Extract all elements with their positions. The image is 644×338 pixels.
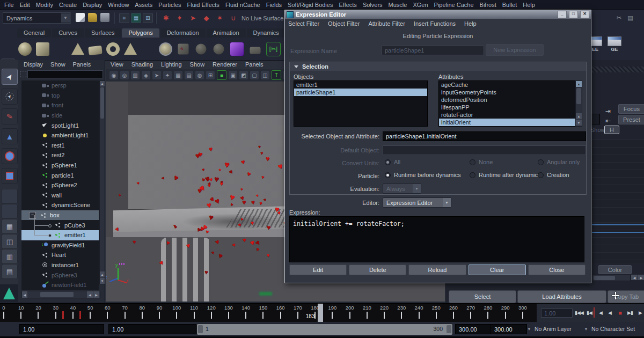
outliner-item-emitter1[interactable]: emitter1 <box>21 230 99 240</box>
scroll-left-icon[interactable]: ◀ <box>87 291 93 298</box>
shelf-item-cone-icon[interactable] <box>71 43 84 55</box>
attribute-item-rotatefactor[interactable]: rotateFactor <box>439 111 575 119</box>
menu-modify[interactable]: Modify <box>36 2 59 8</box>
menu-pipeline-cache[interactable]: Pipeline Cache <box>434 2 480 8</box>
expression-editor-window[interactable]: Expression Editor _ □ ✕ Select FilterObj… <box>284 10 591 283</box>
dynamics-tool-icon[interactable]: ◆ <box>201 13 211 23</box>
input-connection-icon[interactable]: ⇥ <box>605 107 611 115</box>
scroll-down-icon[interactable]: ▼ <box>576 120 582 126</box>
viewport-menu-lighting[interactable]: Lighting <box>161 61 182 68</box>
character-set-selector[interactable]: No Character Set <box>591 326 635 332</box>
shelf-item-bevel-icon[interactable] <box>250 47 261 54</box>
scrollbar-thumb[interactable] <box>594 276 615 280</box>
attributes-scrollbar[interactable]: ▲ ▲ ▼ <box>575 80 582 127</box>
layout-slot-button[interactable] <box>2 189 18 204</box>
viewport-fill-icon[interactable]: ▢ <box>250 71 259 79</box>
attributes-list[interactable]: ageCacheinputGeometryPointsdeformedPosit… <box>438 80 576 127</box>
outliner-item-gravityfield1[interactable]: gravityField1 <box>21 240 99 251</box>
scroll-right-icon[interactable]: ▶ <box>638 275 644 280</box>
viewport-film-gate-icon[interactable]: ▤ <box>185 71 193 79</box>
outliner-item-wall[interactable]: wall <box>21 190 99 201</box>
attribute-item-initialorient[interactable]: initialOrient <box>439 119 575 126</box>
attribute-item-deformedposition[interactable]: deformedPosition <box>439 96 575 104</box>
outliner-horizontal-scrollbar[interactable]: ◀ ◀ ▶ <box>21 291 100 298</box>
scroll-right-icon[interactable]: ▶ <box>93 291 99 298</box>
select-tool-button[interactable]: ➤ <box>2 69 18 85</box>
objects-list[interactable]: emitter1particleShape1 <box>294 80 428 127</box>
layout-slot-button[interactable] <box>2 204 18 219</box>
shelf-tab-dynamics[interactable]: Dynamics <box>247 28 286 38</box>
radio-all[interactable]: All <box>385 159 400 165</box>
edit-button[interactable]: Edit <box>289 264 347 275</box>
ee-menu-attribute-filter[interactable]: Attribute Filter <box>368 20 405 27</box>
rotate-tool-button[interactable] <box>2 148 18 164</box>
expression-name-field[interactable]: particleShape1 <box>382 46 484 55</box>
editor-dropdown[interactable]: Expression Editor ▼ <box>383 197 451 208</box>
shelf-item-edge-red-icon[interactable] <box>178 43 189 54</box>
object-item-particleshape1[interactable]: particleShape1 <box>294 89 427 96</box>
viewport-camera-attrs-icon[interactable]: ◎ <box>120 71 129 79</box>
time-slider[interactable]: 0102030405060708090100110120130140150160… <box>0 303 537 322</box>
expression-code-area[interactable]: initialOrient += rotateFactor; <box>289 216 584 262</box>
layout-persp-outliner-button[interactable]: ▥ <box>2 249 18 264</box>
reload-button[interactable]: Reload <box>408 264 466 275</box>
window-title-bar[interactable]: Expression Editor _ □ ✕ <box>285 10 591 19</box>
color-button[interactable]: Color <box>598 265 632 274</box>
shelf-item-cut-faces-icon[interactable]: [✂] <box>266 42 281 56</box>
ee-menu-help[interactable]: Help <box>464 20 477 27</box>
shelf-item-torus-icon[interactable] <box>106 42 120 56</box>
snap-to-curves-icon[interactable]: ▦ <box>131 13 141 23</box>
dynamics-tool-icon[interactable]: ✱ <box>161 13 171 23</box>
menu-display[interactable]: Display <box>83 2 108 8</box>
shelf-item-plane-icon[interactable] <box>88 45 103 55</box>
viewport-menu-renderer[interactable]: Renderer <box>213 61 237 68</box>
viewport-text-hud-icon[interactable]: T <box>272 70 281 80</box>
paint-select-tool-button[interactable]: ✎ <box>2 108 18 124</box>
menu-fluid-ncache[interactable]: Fluid nCache <box>225 2 266 8</box>
shelf-tab-polygons[interactable]: Polygons <box>122 28 159 38</box>
animation-end-field[interactable]: 300.00 <box>491 324 527 334</box>
minimize-icon[interactable]: _ <box>558 11 567 18</box>
step-forward-frame-button[interactable]: ▶ <box>634 307 644 318</box>
radio-dot-icon[interactable] <box>385 172 391 178</box>
viewport-textures-icon[interactable]: ◫ <box>261 71 269 79</box>
open-scene-icon[interactable] <box>88 13 97 22</box>
attribute-item-lifespanpp[interactable]: lifespanPP <box>439 104 575 111</box>
menu-bullet[interactable]: Bullet <box>502 2 523 8</box>
object-item-emitter1[interactable]: emitter1 <box>294 81 427 89</box>
shelf-tab-surfaces[interactable]: Surfaces <box>85 28 121 38</box>
dynamics-tool-icon[interactable]: ∪ <box>228 13 238 23</box>
scroll-up-icon[interactable]: ▲ <box>100 81 105 86</box>
snap-to-points-icon[interactable]: ⊞ <box>143 13 153 23</box>
shelf-tab-deformation[interactable]: Deformation <box>160 28 206 38</box>
selection-section-header[interactable]: Selection <box>290 62 586 71</box>
lasso-tool-button[interactable]: ➤ <box>2 89 18 105</box>
default-object-field[interactable] <box>383 145 586 155</box>
clear-button[interactable]: Clear <box>469 264 526 275</box>
scroll-left-icon[interactable]: ◀ <box>631 275 638 280</box>
highlight-selection-icon[interactable]: ✂ <box>615 14 623 22</box>
preset-button[interactable]: Preset <box>618 115 644 124</box>
output-connection-icon[interactable]: ⇤ <box>605 117 611 124</box>
menu-window[interactable]: Window <box>108 2 135 8</box>
maximize-icon[interactable]: □ <box>569 11 578 18</box>
playback-end-field[interactable]: 300.00 <box>455 324 492 334</box>
outliner-item-box[interactable]: −box <box>21 210 99 221</box>
scroll-up-icon[interactable]: ▲ <box>100 271 105 277</box>
clipboard-icon[interactable]: ▤ <box>626 14 634 22</box>
outliner-search-input[interactable] <box>27 70 103 78</box>
viewport-menu-show[interactable]: Show <box>190 61 205 68</box>
chevron-down-icon[interactable]: ▼ <box>584 327 588 332</box>
menu-file[interactable]: File <box>4 2 20 8</box>
menu-assets[interactable]: Assets <box>135 2 158 8</box>
menu-fluid-effects[interactable]: Fluid Effects <box>187 2 225 8</box>
attribute-item-agecache[interactable]: ageCache <box>439 81 575 89</box>
outliner-item-dynamicscene[interactable]: dynamicScene <box>21 200 99 210</box>
selection-mask-icon[interactable] <box>20 71 26 77</box>
viewport-menu-shading[interactable]: Shading <box>131 61 153 68</box>
playback-rate-field[interactable]: 1.00 <box>541 308 573 318</box>
menu-muscle[interactable]: Muscle <box>389 2 413 8</box>
shelf-item-color-cube-icon[interactable] <box>230 42 244 56</box>
outliner-menu-panels[interactable]: Panels <box>73 61 91 68</box>
scrollbar-thumb[interactable] <box>576 88 581 104</box>
